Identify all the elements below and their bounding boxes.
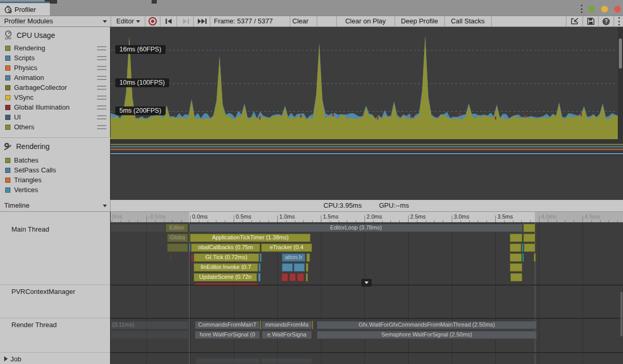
timeline-sample[interactable] bbox=[534, 253, 536, 262]
timeline-sample-editor[interactable]: Editor bbox=[166, 224, 188, 232]
timeline-sample[interactable] bbox=[167, 244, 188, 252]
timeline-sample[interactable] bbox=[261, 358, 312, 364]
timeline-sample[interactable] bbox=[260, 253, 262, 262]
timeline-sample[interactable] bbox=[510, 244, 521, 252]
timeline-sample-ation-ir[interactable]: ation.Ir bbox=[282, 253, 305, 262]
window-menu-kebab-icon[interactable] bbox=[580, 5, 583, 13]
timeline-sample-etracker-0-4[interactable]: eTracker (0.4 bbox=[261, 244, 312, 252]
timeline-sample-semaphore-waitforsignal-2-50ms[interactable]: Semaphore.WaitForSignal (2.50ms) bbox=[317, 331, 537, 339]
timeline-sample[interactable] bbox=[524, 244, 535, 252]
timeline-sample[interactable] bbox=[294, 263, 305, 272]
drag-handle-icon[interactable] bbox=[97, 46, 106, 50]
window-close-button[interactable] bbox=[614, 6, 621, 12]
legend-item-vertices[interactable]: Vertices bbox=[0, 185, 111, 195]
drag-handle-icon[interactable] bbox=[97, 105, 106, 110]
next-frame-button-disabled[interactable] bbox=[179, 16, 192, 26]
timeline-sample[interactable] bbox=[191, 253, 193, 262]
call-stacks-toggle[interactable]: Call Stacks bbox=[444, 16, 491, 26]
timeline-view-dropdown[interactable]: Timeline bbox=[0, 200, 111, 211]
editor-target-dropdown[interactable]: Editor bbox=[116, 16, 140, 26]
timeline-sample-e-waitforsigna[interactable]: e.WaitForSigna bbox=[262, 331, 312, 339]
timeline-sample[interactable] bbox=[510, 253, 522, 262]
timeline-sample[interactable] bbox=[523, 234, 535, 242]
legend-item-ui[interactable]: UI bbox=[0, 112, 111, 122]
legend-item-setpass-calls[interactable]: SetPass Calls bbox=[0, 165, 111, 175]
window-minimize-button[interactable] bbox=[588, 6, 595, 12]
legend-item-animation[interactable]: Animation bbox=[0, 73, 111, 83]
timeline-canvas[interactable]: EditorEditorLoop (3.78ms)GlobaApplicatio… bbox=[111, 222, 623, 364]
current-frame-button[interactable] bbox=[195, 16, 209, 26]
clear-on-play-toggle[interactable]: Clear on Play bbox=[336, 16, 395, 26]
timeline-sample-gi-tick-0-72ms[interactable]: GI.Tick (0.72ms) bbox=[194, 253, 259, 262]
timeline-sample-commandsfrommaint[interactable]: CommandsFromMainT bbox=[195, 321, 260, 329]
timeline-sample[interactable] bbox=[306, 273, 308, 281]
tab-profiler[interactable]: Profiler bbox=[0, 2, 50, 16]
module-header-rendering[interactable]: Rendering bbox=[3, 142, 50, 151]
timeline-sample[interactable] bbox=[289, 273, 296, 281]
timeline-sample[interactable] bbox=[281, 273, 288, 281]
save-profile-button[interactable] bbox=[584, 16, 598, 26]
deep-profile-toggle[interactable]: Deep Profile bbox=[395, 16, 444, 26]
timeline-sample[interactable] bbox=[111, 331, 188, 339]
timeline-sample-obalcallbacks-0-75m[interactable]: obalCallbacks (0.75m bbox=[191, 244, 260, 252]
timeline-sample[interactable] bbox=[196, 358, 260, 364]
drag-handle-icon[interactable] bbox=[97, 76, 106, 80]
timeline-sample-lineditor-invoke-0-7[interactable]: lInEditor.Invoke (0.7 bbox=[194, 263, 258, 272]
chart-scrollbar-thumb[interactable] bbox=[619, 38, 622, 69]
help-button[interactable]: ? bbox=[599, 16, 613, 26]
timeline-sample-editorloop-3-78ms[interactable]: EditorLoop (3.78ms) bbox=[189, 224, 523, 232]
timeline-sample[interactable] bbox=[282, 263, 293, 272]
timeline-sample[interactable] bbox=[297, 273, 304, 281]
legend-item-garbagecollector[interactable]: GarbageCollector bbox=[0, 83, 111, 92]
legend-item-others[interactable]: Others bbox=[0, 122, 111, 132]
drag-handle-icon[interactable] bbox=[97, 86, 106, 90]
drag-handle-icon[interactable] bbox=[97, 96, 106, 100]
drag-handle-icon[interactable] bbox=[97, 125, 106, 129]
timeline-sample[interactable] bbox=[510, 273, 522, 281]
drag-handle-icon[interactable] bbox=[97, 56, 106, 60]
expand-arrow-icon[interactable] bbox=[4, 356, 8, 361]
expand-samples-button[interactable] bbox=[361, 279, 372, 287]
thread-label-job[interactable]: Job bbox=[4, 355, 21, 363]
timeline-sample[interactable] bbox=[312, 321, 313, 329]
timeline-sample[interactable] bbox=[510, 234, 522, 242]
legend-item-rendering[interactable]: Rendering bbox=[0, 43, 111, 53]
drag-handle-icon[interactable] bbox=[97, 66, 106, 70]
timeline-sample[interactable] bbox=[260, 321, 261, 329]
timeline-sample[interactable] bbox=[510, 263, 522, 272]
timeline-sample[interactable] bbox=[189, 244, 191, 252]
legend-item-global-illumination[interactable]: Global Illumination bbox=[0, 102, 111, 112]
cpu-usage-chart[interactable] bbox=[111, 27, 623, 139]
timeline-sample[interactable] bbox=[170, 253, 171, 262]
load-profile-button[interactable] bbox=[567, 16, 582, 26]
timeline-sample[interactable] bbox=[306, 263, 308, 272]
legend-item-triangles[interactable]: Triangles bbox=[0, 175, 111, 185]
legend-item-vsync[interactable]: VSync bbox=[0, 92, 111, 102]
timeline-sample[interactable] bbox=[258, 273, 261, 281]
timeline-sample-mmandsfromma[interactable]: mmandsFromMa bbox=[262, 321, 312, 329]
timeline-sample-3-11ms[interactable]: (3.11ms) bbox=[111, 321, 188, 329]
record-button[interactable] bbox=[147, 16, 158, 26]
legend-item-scripts[interactable]: Scripts bbox=[0, 53, 111, 63]
timeline-scrollbar-thumb[interactable] bbox=[620, 292, 622, 336]
timeline-sample-globa[interactable]: Globa bbox=[167, 234, 188, 242]
timeline-sample[interactable] bbox=[259, 263, 261, 272]
legend-item-batches[interactable]: Batches bbox=[0, 155, 111, 165]
timeline-sample-updatescene-0-72n[interactable]: UpdateScene (0.72n bbox=[194, 273, 257, 281]
timeline-sample-applicationticktimer-1-38ms[interactable]: ApplicationTickTimer (1.38ms) bbox=[190, 234, 310, 242]
module-header-cpu[interactable]: CPU CPU Usage bbox=[3, 30, 55, 40]
time-ruler[interactable]: 0ms-0.5ms0.0ms0.5ms1.0ms1.5ms2.0ms2.5ms3… bbox=[111, 212, 623, 222]
profiler-modules-dropdown[interactable]: Profiler Modules bbox=[4, 16, 53, 26]
clear-button[interactable]: Clear bbox=[292, 16, 308, 26]
drag-handle-icon[interactable] bbox=[97, 115, 106, 119]
chart-scrollbar[interactable] bbox=[618, 27, 623, 139]
legend-item-physics[interactable]: Physics bbox=[0, 63, 111, 73]
timeline-sample[interactable] bbox=[523, 224, 535, 232]
timeline-sample[interactable] bbox=[522, 253, 524, 262]
window-maximize-button[interactable] bbox=[601, 6, 608, 12]
timeline-sample-hore-waitforsignal-0[interactable]: hore.WaitForSignal (0 bbox=[195, 331, 260, 339]
toolbar-kebab-menu[interactable] bbox=[615, 16, 622, 26]
timeline-sample[interactable] bbox=[111, 224, 166, 232]
first-frame-button[interactable] bbox=[162, 16, 175, 26]
timeline-sample[interactable] bbox=[522, 244, 523, 252]
